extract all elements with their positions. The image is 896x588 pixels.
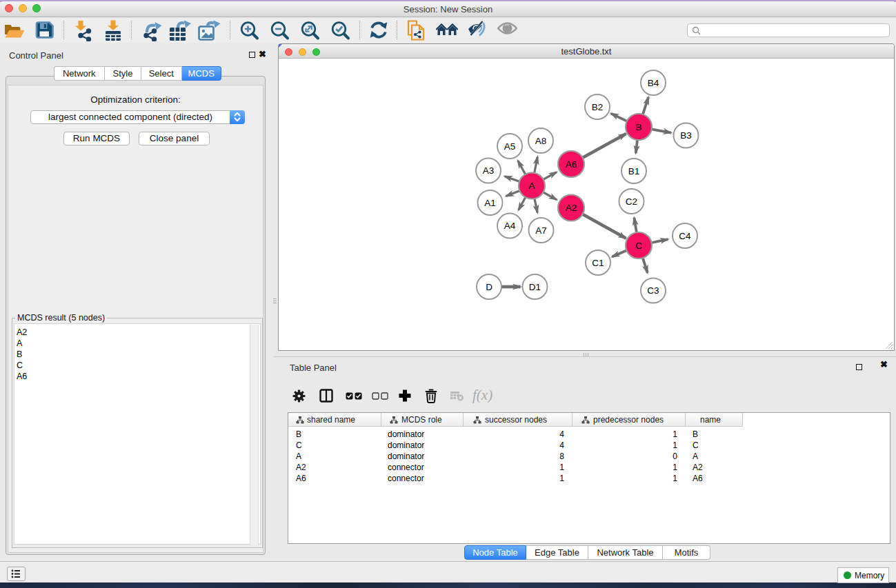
svg-text:C1: C1 [592,258,604,268]
svg-text:C2: C2 [626,196,637,207]
svg-text:B3: B3 [680,130,692,141]
svg-text:A5: A5 [504,141,516,152]
svg-text:B4: B4 [648,78,659,88]
svg-text:A1: A1 [484,198,496,208]
svg-text:A2: A2 [566,203,577,213]
svg-text:A3: A3 [483,165,495,176]
svg-text:A8: A8 [535,136,547,146]
svg-text:A4: A4 [504,221,516,231]
svg-text:D: D [486,282,492,292]
svg-text:D1: D1 [529,282,541,292]
svg-text:B2: B2 [592,102,604,112]
svg-text:B: B [635,122,641,132]
svg-text:C3: C3 [647,285,659,296]
svg-text:A: A [528,181,535,191]
svg-text:B1: B1 [628,166,640,176]
svg-text:A7: A7 [535,225,547,236]
svg-text:A6: A6 [566,159,577,170]
svg-text:C4: C4 [679,231,691,241]
svg-text:C: C [635,241,642,251]
